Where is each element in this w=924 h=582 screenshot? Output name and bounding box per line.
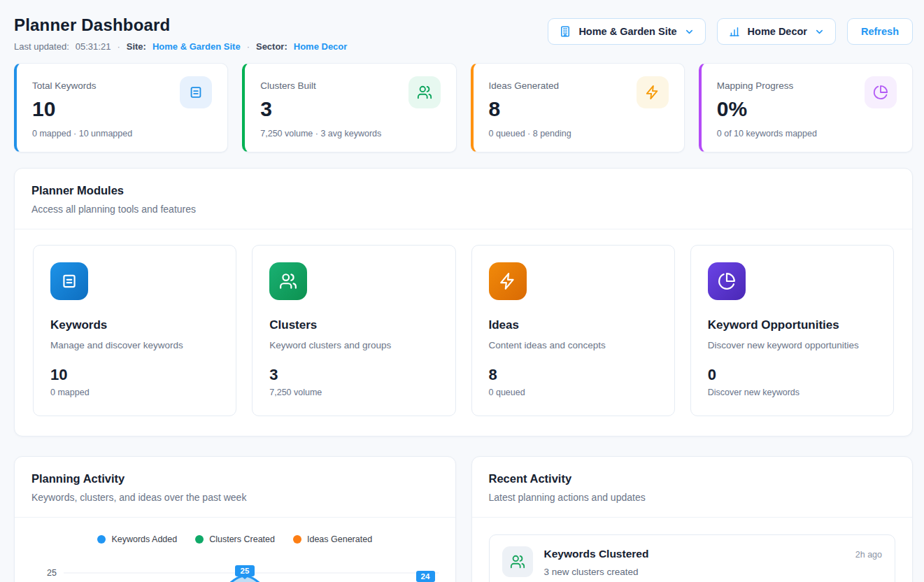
stat-sub: 0 mapped · 10 unmapped [32, 129, 212, 139]
module-description: Manage and discover keywords [50, 340, 219, 350]
modules-panel-header: Planner Modules Access all planning tool… [15, 169, 912, 229]
recent-activity-title: Recent Activity [489, 472, 896, 485]
refresh-button[interactable]: Refresh [847, 18, 913, 45]
recent-activity-header: Recent Activity Latest planning actions … [472, 457, 913, 517]
module-title: Keyword Opportunities [708, 318, 876, 332]
stat-card-ideas-generated: Ideas Generated 8 0 queued · 8 pending [471, 63, 685, 152]
area-chart-svg: 25 25 24 [31, 554, 446, 582]
recent-activity-panel: Recent Activity Latest planning actions … [471, 456, 914, 582]
topbar: Planner Dashboard Last updated: 05:31:21… [14, 14, 913, 52]
last-updated-value: 05:31:21 [76, 41, 111, 52]
activity-timestamp: 2h ago [855, 550, 882, 560]
activity-title-row: Keywords Clustered 2h ago [544, 548, 883, 560]
modules-subtitle: Access all planning tools and features [31, 204, 895, 215]
legend-dot-icon [195, 535, 204, 544]
sector-link[interactable]: Home Decor [294, 41, 348, 52]
activity-description: 3 new clusters created [544, 567, 883, 577]
sector-selector-dropdown[interactable]: Home Decor [717, 18, 836, 45]
data-label-value: 25 [241, 567, 250, 575]
lightning-icon [637, 76, 669, 108]
module-title: Keywords [50, 318, 219, 332]
legend-dot-icon [97, 535, 106, 544]
meta-separator: · [117, 41, 120, 52]
stat-card-clusters-built: Clusters Built 3 7,250 volume · 3 avg ke… [242, 63, 456, 152]
activity-list: Keywords Clustered 2h ago 3 new clusters… [472, 518, 913, 582]
users-icon [269, 262, 307, 300]
chart-legend: Keywords Added Clusters Created Ideas Ge… [31, 534, 439, 544]
modules-grid: Keywords Manage and discover keywords 10… [15, 229, 912, 436]
stat-cards-row: Total Keywords 10 0 mapped · 10 unmapped… [14, 63, 913, 152]
planning-activity-header: Planning Activity Keywords, clusters, an… [15, 457, 455, 517]
activity-body: Keywords Clustered 2h ago 3 new clusters… [544, 546, 883, 577]
module-value: 0 [708, 366, 876, 384]
module-sub: 7,250 volume [269, 388, 438, 397]
y-axis-tick: 25 [47, 568, 57, 578]
module-description: Content ideas and concepts [489, 340, 658, 350]
legend-item-keywords-added[interactable]: Keywords Added [97, 534, 177, 544]
header-left: Planner Dashboard Last updated: 05:31:21… [14, 14, 347, 52]
planner-dashboard-page: Planner Dashboard Last updated: 05:31:21… [0, 0, 924, 582]
users-icon [502, 546, 533, 577]
site-selector-dropdown[interactable]: Home & Garden Site [548, 18, 705, 45]
stat-sub: 0 of 10 keywords mapped [717, 129, 897, 139]
header-meta: Last updated: 05:31:21 · Site: Home & Ga… [14, 41, 347, 52]
page-title: Planner Dashboard [14, 15, 347, 35]
module-value: 3 [269, 366, 438, 384]
legend-label: Keywords Added [111, 534, 177, 544]
document-icon [180, 76, 212, 108]
building-icon [559, 25, 571, 38]
module-sub: Discover new keywords [708, 388, 876, 397]
module-description: Keyword clusters and groups [269, 340, 438, 350]
legend-label: Clusters Created [209, 534, 275, 544]
legend-item-clusters-created[interactable]: Clusters Created [195, 534, 275, 544]
chart-plot-area: 25 25 24 [31, 554, 439, 582]
module-description: Discover new keyword opportunities [708, 340, 876, 350]
users-icon [408, 76, 441, 108]
site-link[interactable]: Home & Garden Site [152, 41, 241, 52]
sector-label: Sector: [256, 41, 287, 52]
stat-sub: 0 queued · 8 pending [489, 129, 669, 139]
last-updated-label: Last updated: [14, 41, 69, 52]
site-label: Site: [127, 41, 146, 52]
document-icon [50, 262, 88, 300]
planning-activity-title: Planning Activity [31, 472, 439, 485]
module-sub: 0 mapped [50, 388, 219, 397]
activity-title: Keywords Clustered [544, 548, 649, 560]
activity-item-keywords-clustered[interactable]: Keywords Clustered 2h ago 3 new clusters… [489, 534, 896, 582]
modules-title: Planner Modules [31, 184, 895, 197]
planner-modules-panel: Planner Modules Access all planning tool… [14, 168, 913, 436]
module-title: Clusters [269, 318, 438, 332]
legend-label: Ideas Generated [307, 534, 372, 544]
module-title: Ideas [489, 318, 658, 332]
data-label-value: 24 [421, 572, 430, 581]
module-card-ideas[interactable]: Ideas Content ideas and concepts 8 0 que… [471, 245, 675, 416]
recent-activity-subtitle: Latest planning actions and updates [489, 492, 896, 503]
site-selector-label: Home & Garden Site [578, 26, 676, 37]
header-controls: Home & Garden Site Home Decor Refresh [548, 18, 913, 45]
planning-activity-panel: Planning Activity Keywords, clusters, an… [14, 456, 456, 582]
pie-chart-icon [865, 76, 897, 108]
chevron-down-icon [814, 27, 825, 37]
activity-chart: Keywords Added Clusters Created Ideas Ge… [15, 518, 455, 582]
module-value: 8 [489, 366, 658, 384]
module-card-clusters[interactable]: Clusters Keyword clusters and groups 3 7… [252, 245, 455, 416]
bottom-row: Planning Activity Keywords, clusters, an… [14, 456, 913, 582]
legend-item-ideas-generated[interactable]: Ideas Generated [293, 534, 372, 544]
legend-dot-icon [293, 535, 301, 544]
module-value: 10 [50, 366, 219, 384]
bar-chart-icon [728, 25, 741, 38]
meta-separator: · [247, 41, 250, 52]
pie-chart-icon [708, 262, 746, 300]
stat-card-mapping-progress: Mapping Progress 0% 0 of 10 keywords map… [699, 63, 913, 152]
lightning-icon [489, 262, 527, 300]
chevron-down-icon [684, 27, 695, 37]
module-card-keywords[interactable]: Keywords Manage and discover keywords 10… [33, 245, 236, 416]
planning-activity-subtitle: Keywords, clusters, and ideas over the p… [31, 492, 439, 503]
stat-card-total-keywords: Total Keywords 10 0 mapped · 10 unmapped [14, 63, 228, 152]
module-sub: 0 queued [489, 388, 658, 397]
sector-selector-label: Home Decor [748, 26, 807, 37]
module-card-keyword-opportunities[interactable]: Keyword Opportunities Discover new keywo… [690, 245, 894, 416]
stat-sub: 7,250 volume · 3 avg keywords [260, 129, 440, 139]
